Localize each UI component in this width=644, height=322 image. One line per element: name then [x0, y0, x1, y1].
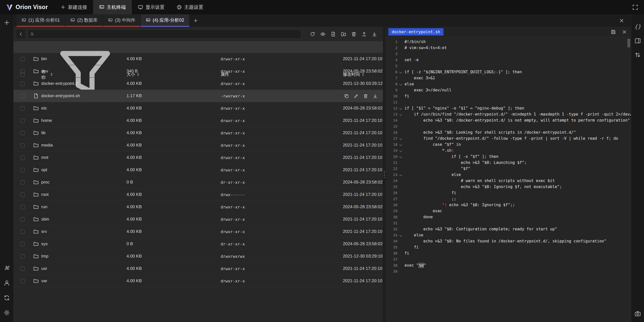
row-checkbox[interactable] — [20, 131, 25, 135]
file-name[interactable]: usr — [41, 266, 47, 271]
table-row[interactable]: srv 4.00 KB drwxr-xr-x 2021-11-24 17:20:… — [14, 226, 383, 238]
file-name[interactable]: mnt — [41, 155, 48, 160]
fold-chevron-icon[interactable] — [397, 111, 405, 117]
download-button[interactable] — [370, 29, 379, 39]
row-checkbox[interactable] — [20, 156, 25, 160]
table-row[interactable]: dev 340 B drwxr-xr-x 2024-05-28 23:58:02 — [14, 65, 383, 78]
fold-chevron-icon[interactable] — [397, 232, 405, 238]
file-name[interactable]: media — [41, 143, 53, 148]
table-row[interactable]: docker-entrypoint.sh 1.17 KB -rwxrwxr-x — [14, 90, 383, 102]
close-all-tabs-button[interactable] — [618, 17, 625, 24]
row-checkbox[interactable] — [20, 193, 25, 197]
file-name[interactable]: home — [41, 118, 52, 123]
terminal-tab-4[interactable]: (4) 应用-分析02 — [141, 14, 189, 27]
eye-button[interactable] — [318, 29, 327, 39]
row-checkbox[interactable] — [20, 82, 25, 86]
user-button[interactable] — [2, 278, 12, 288]
file-name[interactable]: srv — [41, 229, 47, 234]
table-row[interactable]: docker-entrypoint.d 4.00 KB drwxr-xr-x 2… — [14, 78, 383, 90]
row-checkbox[interactable] — [20, 217, 25, 222]
table-row[interactable]: sbin 4.00 KB drwxr-xr-x 2021-11-24 17:20… — [14, 213, 383, 226]
file-name[interactable]: var — [41, 278, 47, 283]
nav-item-terminal[interactable]: 主机终端 — [93, 0, 132, 14]
code-editor[interactable]: 1#!/bin/sh2# vim:sw=4:ts=4:et34set -e56i… — [385, 37, 631, 322]
row-checkbox[interactable] — [20, 279, 25, 283]
file-name[interactable]: bin — [41, 56, 47, 61]
plus-button[interactable] — [2, 18, 12, 27]
fold-chevron-icon[interactable] — [397, 69, 405, 75]
file-name[interactable]: etc — [41, 106, 47, 111]
row-checkbox[interactable] — [20, 94, 25, 98]
row-checkbox[interactable] — [20, 119, 25, 123]
table-row[interactable]: bin 4.00 KB drwxr-xr-x 2021-11-24 17:20:… — [14, 53, 383, 65]
file-name[interactable]: root — [41, 192, 49, 197]
gear-button[interactable] — [2, 308, 12, 317]
table-row[interactable]: lib 4.00 KB drwxr-xr-x 2021-11-24 17:20:… — [14, 127, 383, 139]
row-checkbox[interactable] — [20, 106, 25, 111]
file-name[interactable]: proc — [41, 180, 50, 185]
layout-button[interactable] — [633, 36, 642, 46]
file-name[interactable]: docker-entrypoint.d — [41, 81, 78, 86]
table-row[interactable]: home 4.00 KB drwxr-xr-x 2021-11-24 17:20… — [14, 115, 383, 127]
panel-divider[interactable] — [383, 27, 385, 322]
fold-chevron-icon[interactable] — [397, 172, 405, 178]
swap-v-button[interactable] — [633, 50, 642, 60]
upload-button[interactable] — [359, 29, 369, 39]
close-editor-button[interactable] — [621, 28, 628, 35]
sync-button[interactable] — [2, 293, 12, 303]
file-name[interactable]: lib — [41, 130, 46, 135]
fold-chevron-icon[interactable] — [397, 154, 405, 160]
move-row-button[interactable] — [381, 92, 383, 99]
save-button[interactable] — [610, 28, 617, 35]
fold-chevron-icon[interactable] — [397, 141, 405, 148]
back-button[interactable] — [17, 30, 25, 38]
row-checkbox[interactable] — [20, 205, 25, 209]
file-name[interactable]: run — [41, 204, 48, 209]
file-name[interactable]: opt — [41, 167, 47, 172]
fold-chevron-icon[interactable] — [397, 135, 405, 141]
fold-chevron-icon[interactable] — [397, 105, 405, 111]
row-checkbox[interactable] — [20, 168, 25, 172]
fold-chevron-icon[interactable] — [397, 148, 405, 154]
nav-item-theme[interactable]: 主题设置 — [171, 0, 209, 14]
divider-handle-icon[interactable] — [383, 170, 385, 178]
table-row[interactable]: var 4.00 KB drwxr-xr-x 2021-11-24 17:20:… — [14, 275, 383, 287]
nav-item-display[interactable]: 显示设置 — [132, 0, 171, 14]
editor-scrollbar-thumb[interactable] — [627, 39, 630, 47]
fold-chevron-icon[interactable] — [397, 81, 405, 87]
folder-plus-button[interactable] — [339, 29, 348, 39]
row-checkbox[interactable] — [20, 143, 25, 148]
table-row[interactable]: tmp 4.00 KB drwxrwxrwx 2021-12-30 03:29:… — [14, 250, 383, 263]
path-input[interactable] — [37, 32, 299, 36]
terminal-tab-2[interactable]: (2) 数据库 — [65, 14, 103, 27]
row-checkbox[interactable] — [20, 57, 25, 61]
table-row[interactable]: sys 0 B dr-xr-xr-x 2024-05-28 23:58:02 — [14, 238, 383, 250]
trash-button[interactable] — [349, 29, 358, 39]
table-row[interactable]: root 4.00 KB drwx------ 2021-11-24 17:20… — [14, 189, 383, 201]
directory-tree-icon[interactable] — [30, 32, 35, 36]
trash-row-button[interactable] — [362, 92, 369, 99]
table-row[interactable]: usr 4.00 KB drwxr-xr-x 2021-11-24 17:20:… — [14, 263, 383, 275]
row-checkbox[interactable] — [20, 230, 25, 234]
command-button[interactable]: ⌘ — [2, 263, 12, 273]
table-row[interactable]: run 4.00 KB drwxr-xr-x 2024-05-28 23:58:… — [14, 201, 383, 213]
file-name[interactable]: sys — [41, 241, 48, 246]
terminal-tab-1[interactable]: (1) 应用-分析01 — [17, 14, 65, 27]
terminal-tab-3[interactable]: (3) 中间件 — [103, 14, 140, 27]
file-name[interactable]: sbin — [41, 217, 49, 222]
copy-row-button[interactable] — [343, 92, 350, 99]
file-name[interactable]: docker-entrypoint.sh — [41, 93, 80, 98]
camera-button[interactable] — [633, 309, 642, 318]
refresh-button[interactable] — [308, 29, 317, 39]
file-name[interactable]: tmp — [41, 254, 48, 259]
row-checkbox[interactable] — [20, 180, 25, 185]
edit-row-button[interactable] — [352, 92, 359, 99]
nav-item-plus[interactable]: 新建连接 — [54, 0, 93, 14]
row-checkbox[interactable] — [20, 69, 25, 74]
fullscreen-button[interactable] — [630, 3, 640, 12]
row-checkbox[interactable] — [20, 267, 25, 271]
braces-button[interactable]: {} — [633, 22, 642, 31]
download-row-button[interactable] — [372, 92, 379, 99]
table-row[interactable]: etc 4.00 KB drwxr-xr-x 2024-05-28 23:58:… — [14, 102, 383, 115]
table-row[interactable]: opt 4.00 KB drwxr-xr-x 2021-11-24 17:20:… — [14, 164, 383, 176]
